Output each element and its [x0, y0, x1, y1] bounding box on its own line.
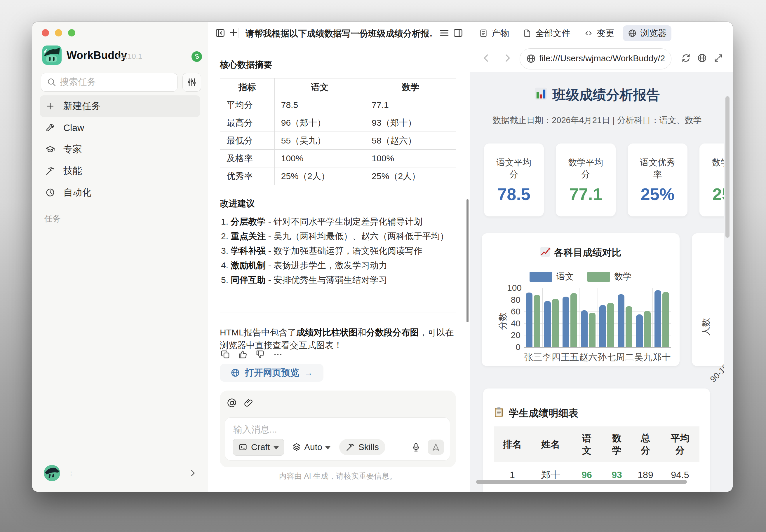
- open-in-browser-globe-icon[interactable]: [697, 53, 707, 63]
- bar-语文-孙七: [599, 305, 606, 347]
- desktop-background: WorkBuddy v4.10.1 新建任务Claw专家技能自动化 任务 :: [0, 0, 766, 532]
- layers-icon: [292, 442, 301, 452]
- sidebar: WorkBuddy v4.10.1 新建任务Claw专家技能自动化 任务 :: [32, 22, 208, 492]
- tab-label: 浏览器: [641, 27, 667, 39]
- x-tick-label: 赵六: [579, 351, 598, 363]
- table-row: 及格率100%100%: [220, 150, 456, 167]
- more-icon[interactable]: [273, 349, 283, 359]
- pickaxe-icon: [45, 166, 55, 176]
- sidebar-item-新建任务[interactable]: 新建任务: [40, 95, 200, 117]
- split-view-icon[interactable]: [452, 27, 464, 39]
- sidebar-item-label: 专家: [63, 143, 82, 156]
- sidebar-item-label: 新建任务: [63, 100, 101, 113]
- back-icon[interactable]: [480, 52, 492, 64]
- user-avatar[interactable]: [44, 465, 60, 481]
- task-search: [41, 73, 177, 92]
- workbuddy-window: WorkBuddy v4.10.1 新建任务Claw专家技能自动化 任务 :: [32, 22, 733, 492]
- search-input[interactable]: [59, 75, 174, 89]
- score-comparison-chart-card: 各科目成绩对比 语文数学 100806040200张三李四王五赵六孙七周二吴九郑…: [482, 233, 680, 366]
- y-axis-label: 分数: [497, 312, 509, 330]
- table-cell: 93（郑十）: [365, 114, 456, 132]
- refresh-icon[interactable]: [681, 53, 691, 63]
- chat-scrollbar[interactable]: [466, 199, 468, 322]
- preview-vertical-scrollbar[interactable]: [725, 96, 730, 238]
- suggestion-item: 2. 重点关注 - 吴九（两科均最低）、赵六（两科低于平均）: [221, 230, 456, 245]
- search-icon: [46, 77, 56, 88]
- task-title: 请帮我根据以下成绩数据写一份班级成绩分析报…: [246, 28, 432, 40]
- expand-sidebar-footer-chevron-icon[interactable]: [188, 468, 198, 479]
- gridline: [579, 288, 580, 347]
- window-controls: [42, 29, 75, 36]
- bar-语文-郑十: [655, 290, 661, 347]
- bar-语文-周二: [618, 294, 625, 347]
- auto-mode-button[interactable]: Auto: [287, 439, 336, 455]
- table-row: 平均分78.577.1: [220, 96, 456, 114]
- address-bar[interactable]: file:///Users/wjmac/WorkBuddy/2026: [520, 48, 671, 69]
- chat-header: 请帮我根据以下成绩数据写一份班级成绩分析报…: [208, 22, 470, 44]
- stat-card: 数学优秀率25%: [699, 143, 724, 216]
- zoom-button[interactable]: [68, 29, 75, 36]
- new-chat-plus-icon[interactable]: [228, 27, 239, 38]
- bar-数学-孙七: [607, 303, 614, 347]
- sidebar-item-自动化[interactable]: 自动化: [40, 182, 200, 203]
- thumbs-up-icon[interactable]: [238, 349, 248, 359]
- gridline: [616, 288, 616, 347]
- workbuddy-logo-icon: [42, 45, 62, 65]
- closing-text: 成绩对比柱状图: [296, 328, 358, 337]
- tab-全部文件[interactable]: 全部文件: [518, 25, 575, 41]
- minimize-button[interactable]: [55, 29, 62, 36]
- bar-数学-李四: [552, 299, 559, 347]
- tab-label: 变更: [597, 27, 614, 39]
- copy-icon[interactable]: [221, 349, 230, 359]
- mic-icon[interactable]: [411, 442, 421, 452]
- y-tick-label: 0: [507, 342, 520, 352]
- open-web-preview-button[interactable]: 打开网页预览 →: [220, 364, 324, 382]
- legend-entry: 数学: [587, 271, 632, 283]
- tab-产物[interactable]: 产物: [474, 25, 514, 41]
- skills-button[interactable]: Skills: [339, 439, 385, 455]
- sidebar-item-技能[interactable]: 技能: [40, 160, 200, 182]
- thumbs-down-icon[interactable]: [256, 349, 265, 359]
- close-button[interactable]: [42, 29, 49, 36]
- menu-icon[interactable]: [439, 27, 450, 39]
- chart-legend: 语文数学: [482, 271, 680, 283]
- sidebar-item-label: 自动化: [63, 186, 91, 199]
- forward-icon[interactable]: [501, 52, 513, 64]
- paperclip-icon[interactable]: [244, 398, 254, 408]
- craft-mode-button[interactable]: Craft: [233, 439, 284, 456]
- sidebar-item-Claw[interactable]: Claw: [40, 117, 200, 139]
- closing-text: HTML报告中包含了: [220, 328, 296, 337]
- table-cell: 平均分: [220, 96, 275, 114]
- table-cell: 优秀率: [220, 167, 275, 185]
- claw-icon: [45, 123, 55, 133]
- closing-text: 分数段分布图: [366, 328, 419, 337]
- suggestion-item: 4. 激励机制 - 表扬进步学生，激发学习动力: [221, 260, 456, 274]
- tab-变更[interactable]: 变更: [579, 25, 619, 41]
- detail-table-heading: 学生成绩明细表: [494, 407, 578, 420]
- table-row: 优秀率25%（2人）25%（2人）: [220, 167, 456, 185]
- summary-table: 指标语文数学平均分78.577.1最高分96（郑十）93（郑十）最低分55（吴九…: [220, 78, 456, 185]
- bar-语文-王五: [562, 297, 569, 347]
- bar-数学-郑十: [662, 292, 669, 347]
- table-row: 最高分96（郑十）93（郑十）: [220, 114, 456, 132]
- filter-button[interactable]: [182, 73, 201, 92]
- craft-label: Craft: [251, 442, 270, 452]
- bar-数学-周二: [626, 306, 632, 347]
- stat-label: 语文优秀率: [628, 156, 688, 180]
- preview-horizontal-scrollbar[interactable]: [476, 480, 687, 484]
- chat-panel: 请帮我根据以下成绩数据写一份班级成绩分析报… 核心数据摘要 指标语文数学平均分7…: [208, 22, 470, 492]
- preview-tabs: 产物全部文件变更浏览器: [474, 22, 671, 45]
- message-input[interactable]: 输入消息... Craft Auto: [225, 417, 450, 461]
- globe-icon: [526, 53, 536, 64]
- column-header: 总分: [630, 426, 661, 462]
- send-button[interactable]: [428, 440, 444, 455]
- code-icon: [584, 29, 593, 38]
- closing-paragraph: HTML报告中包含了成绩对比柱状图和分数段分布图，可以在浏览器中直接查看交互式图…: [220, 326, 456, 352]
- tab-浏览器[interactable]: 浏览器: [623, 25, 671, 41]
- expand-icon[interactable]: [713, 53, 724, 63]
- sidebar-item-专家[interactable]: 专家: [40, 139, 200, 160]
- ai-disclaimer: 内容由 AI 生成，请核实重要信息。: [220, 471, 456, 481]
- table-row: 最低分55（吴九）58（赵六）: [220, 132, 456, 150]
- at-icon[interactable]: [227, 398, 237, 408]
- collapse-panel-icon[interactable]: [215, 27, 226, 39]
